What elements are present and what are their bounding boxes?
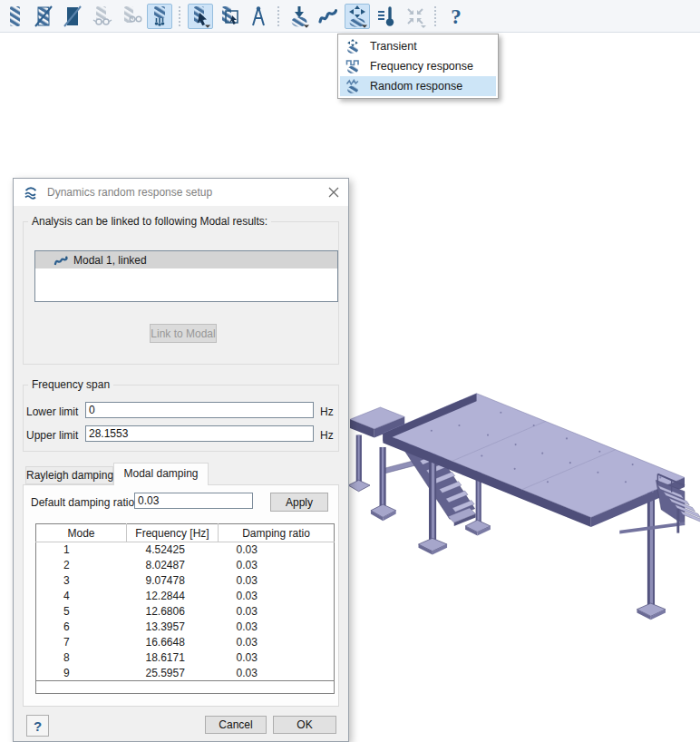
ratio-cell: 0.03 bbox=[219, 558, 335, 573]
dialog-dynamics-random-response-setup: Dynamics random response setup Analysis … bbox=[13, 178, 349, 742]
tab-rayleigh-damping[interactable]: Rayleigh damping bbox=[25, 466, 113, 484]
loads-icon bbox=[287, 5, 311, 28]
table-header-row: Mode Frequency [Hz] Damping ratio bbox=[36, 524, 335, 542]
table-row[interactable]: 818.61710.03 bbox=[36, 650, 335, 666]
table-row[interactable]: 39.074780.03 bbox=[36, 573, 335, 589]
list-item-modal-1[interactable]: Modal 1, linked bbox=[35, 251, 337, 268]
toolbar-separator bbox=[432, 4, 440, 29]
mesh-button[interactable] bbox=[2, 4, 27, 29]
frequency-cell: 16.6648 bbox=[127, 635, 219, 650]
table-row[interactable]: 28.024870.03 bbox=[36, 558, 335, 573]
transient-icon bbox=[345, 39, 360, 54]
fit-view-icon bbox=[403, 5, 427, 28]
menu-item-frequency-response[interactable]: Frequency response bbox=[340, 56, 496, 76]
modal-flag-icon bbox=[53, 254, 68, 267]
table-row[interactable]: 613.39570.03 bbox=[36, 620, 335, 635]
default-damping-ratio-input[interactable] bbox=[134, 493, 253, 509]
mode-cell: 1 bbox=[36, 542, 127, 558]
damping-table[interactable]: Mode Frequency [Hz] Damping ratio 14.524… bbox=[35, 523, 335, 681]
upper-limit-label: Upper limit bbox=[26, 429, 78, 442]
help-button[interactable]: ? bbox=[443, 4, 469, 29]
ratio-cell: 0.03 bbox=[219, 650, 335, 666]
select-mesh-button[interactable] bbox=[188, 4, 213, 29]
table-row[interactable]: 925.59570.03 bbox=[36, 666, 335, 681]
supports-button[interactable] bbox=[147, 4, 172, 29]
mesh-icon bbox=[3, 5, 26, 28]
ratio-cell: 0.03 bbox=[219, 666, 335, 681]
view-mesh-alt-button[interactable] bbox=[118, 4, 143, 29]
mode-cell: 7 bbox=[36, 635, 127, 650]
dynamics-icon bbox=[345, 5, 369, 28]
mode-cell: 2 bbox=[36, 558, 127, 573]
modal-results-icon bbox=[316, 5, 340, 28]
table-row[interactable]: 512.68060.03 bbox=[36, 604, 335, 620]
dynamics-dropdown-menu: Transient Frequency response Random resp… bbox=[337, 34, 499, 99]
link-to-modal-button: Link to Modal bbox=[150, 324, 217, 343]
mesh-edit-button[interactable] bbox=[31, 4, 56, 29]
dynamics-button[interactable] bbox=[345, 4, 370, 29]
thermal-button[interactable] bbox=[374, 4, 399, 29]
frequency-cell: 12.6806 bbox=[127, 604, 219, 620]
view-mesh-icon bbox=[90, 5, 113, 28]
random-response-icon bbox=[345, 79, 360, 93]
menu-item-transient[interactable]: Transient bbox=[340, 36, 496, 56]
upper-limit-input[interactable] bbox=[85, 425, 314, 442]
mode-cell: 9 bbox=[36, 666, 127, 681]
modal-results-list[interactable]: Modal 1, linked bbox=[34, 250, 338, 302]
tab-modal-damping[interactable]: Modal damping bbox=[113, 463, 209, 485]
mesh-delete-icon bbox=[61, 5, 84, 28]
cancel-button[interactable]: Cancel bbox=[205, 716, 267, 734]
table-row[interactable]: 412.28440.03 bbox=[36, 589, 335, 604]
ratio-cell: 0.03 bbox=[219, 589, 335, 604]
modal-results-button[interactable] bbox=[316, 4, 341, 29]
thermal-icon bbox=[374, 5, 398, 28]
frequency-cell: 9.07478 bbox=[127, 573, 219, 589]
modal-damping-panel: Default damping ratio Apply Mode Frequen… bbox=[23, 484, 339, 707]
lower-limit-input[interactable] bbox=[85, 402, 314, 418]
menu-item-label: Random response bbox=[370, 80, 462, 93]
frequency-span-legend: Frequency span bbox=[28, 378, 113, 391]
mesh-edit-icon bbox=[32, 5, 55, 28]
mode-cell: 8 bbox=[36, 650, 127, 666]
ok-button[interactable]: OK bbox=[273, 716, 336, 734]
mode-cell: 5 bbox=[36, 604, 127, 620]
mode-cell: 4 bbox=[36, 589, 127, 604]
dialog-help-button[interactable]: ? bbox=[26, 715, 49, 737]
dialog-titlebar[interactable]: Dynamics random response setup bbox=[14, 179, 348, 206]
column-header-damping-ratio[interactable]: Damping ratio bbox=[219, 524, 335, 542]
select-elements-icon bbox=[218, 5, 241, 28]
lower-limit-unit: Hz bbox=[320, 405, 334, 418]
table-row[interactable]: 14.524250.03 bbox=[36, 542, 335, 558]
close-icon bbox=[328, 187, 339, 198]
frequency-cell: 25.5957 bbox=[127, 666, 219, 681]
menu-item-label: Frequency response bbox=[370, 60, 473, 73]
lower-limit-label: Lower limit bbox=[26, 405, 78, 418]
ratio-cell: 0.03 bbox=[219, 573, 335, 589]
supports-icon bbox=[148, 5, 171, 28]
frequency-cell: 4.52425 bbox=[127, 542, 219, 558]
ratio-cell: 0.03 bbox=[219, 604, 335, 620]
table-row[interactable]: 716.66480.03 bbox=[36, 635, 335, 650]
menu-item-label: Transient bbox=[370, 40, 417, 53]
random-response-dialog-icon bbox=[23, 184, 39, 200]
measure-button[interactable] bbox=[246, 4, 271, 29]
column-header-mode[interactable]: Mode bbox=[36, 524, 127, 542]
loads-button[interactable] bbox=[287, 4, 312, 29]
svg-text:?: ? bbox=[451, 5, 462, 28]
menu-item-random-response[interactable]: Random response bbox=[340, 76, 496, 96]
frequency-cell: 18.6171 bbox=[127, 650, 219, 666]
view-mesh-alt-icon bbox=[119, 5, 142, 28]
apply-button[interactable]: Apply bbox=[270, 493, 328, 512]
ratio-cell: 0.03 bbox=[219, 620, 335, 635]
view-mesh-button[interactable] bbox=[89, 4, 114, 29]
frequency-cell: 12.2844 bbox=[127, 589, 219, 604]
toolbar-separator bbox=[275, 4, 283, 29]
select-elements-button[interactable] bbox=[217, 4, 242, 29]
column-header-frequency[interactable]: Frequency [Hz] bbox=[127, 524, 219, 542]
list-item-label: Modal 1, linked bbox=[73, 254, 147, 267]
mesh-delete-button[interactable] bbox=[60, 4, 85, 29]
close-button[interactable] bbox=[317, 179, 348, 206]
upper-limit-unit: Hz bbox=[320, 429, 334, 442]
fit-view-button[interactable] bbox=[403, 4, 428, 29]
dialog-title: Dynamics random response setup bbox=[47, 186, 212, 199]
